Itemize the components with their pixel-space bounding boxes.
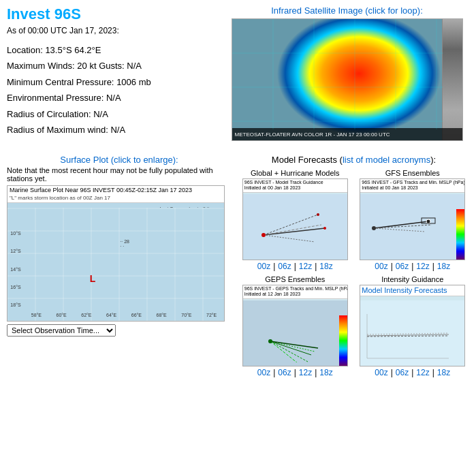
global-sep-3: | — [315, 262, 317, 271]
svg-point-14 — [323, 227, 326, 230]
right-models: Model Forecasts (list of model acronyms)… — [238, 155, 469, 377]
gfs-model-title: GFS Ensembles — [385, 169, 440, 177]
axis-bottom-3: 64°E — [106, 313, 116, 317]
global-sep-1: | — [273, 262, 275, 271]
sat-bottom-bar: METEOSAT-FLOATER AVN COLOR 1R - JAN 17 2… — [232, 128, 462, 140]
plot-subtitle-text: "L" marks storm location as of 00Z Jan 1… — [10, 195, 222, 202]
location-value: 13.5°S 64.2°E — [45, 45, 101, 55]
gfs-model-img-title: 96S INVEST - GFS Tracks and Min. MSLP (h… — [360, 179, 464, 193]
global-link-00z[interactable]: 00z — [257, 262, 270, 271]
sat-colorbar — [442, 19, 462, 140]
intensity-link[interactable]: Model Intensity Forecasts — [362, 286, 447, 294]
select-observation-container[interactable]: Select Observation Time... 00:45Z 01:15Z… — [7, 324, 116, 337]
gfs-sep-3: | — [432, 262, 434, 271]
env-pressure-row: Environmental Pressure: N/A — [7, 90, 218, 106]
storm-details: Location: 13.5°S 64.2°E Maximum Winds: 2… — [7, 42, 218, 138]
axis-left-3: 16°S — [7, 285, 24, 290]
gfs-link-12z[interactable]: 12z — [416, 262, 429, 271]
surface-plot-link[interactable]: Surface Plot (click to enlarge): — [60, 155, 178, 165]
svg-point-19 — [426, 219, 430, 223]
global-link-12z[interactable]: 12z — [299, 262, 312, 271]
radius-max-wind-value: N/A — [110, 125, 125, 135]
geps-model-content — [243, 300, 347, 366]
global-model-title: Global + Hurricane Models — [251, 169, 340, 177]
svg-line-21 — [270, 341, 311, 355]
satellite-title: Infrared Satellite Image (click for loop… — [271, 5, 423, 16]
geps-link-00z[interactable]: 00z — [257, 368, 270, 377]
global-link-06z[interactable]: 06z — [278, 262, 291, 271]
sat-grid-svg — [232, 19, 443, 129]
plot-title-bar: Marine Surface Plot Near 96S INVEST 00:4… — [7, 186, 224, 203]
svg-point-12 — [261, 233, 266, 237]
svg-point-26 — [268, 339, 272, 343]
axis-bottom-1: 60°E — [56, 313, 66, 317]
gfs-sep-1: | — [391, 262, 393, 271]
intensity-svg — [360, 300, 464, 366]
geps-model-image[interactable]: 96S INVEST - GEPS Tracks and Min. MSLP (… — [242, 285, 348, 366]
global-model-image[interactable]: 96S INVEST - Model Track Guidance Initia… — [242, 178, 348, 260]
global-model-panel: Global + Hurricane Models 96S INVEST - M… — [238, 169, 352, 271]
svg-line-15 — [374, 221, 428, 228]
gfs-link-00z[interactable]: 00z — [375, 262, 387, 271]
plot-axis-bottom: 58°E 60°E 62°E 64°E 66°E 68°E 70°E 72°E — [24, 309, 224, 321]
max-winds-value: 20 kt — [77, 61, 96, 71]
intensity-model-image[interactable]: Model Intensity Forecasts — [360, 285, 465, 366]
geps-link-18z[interactable]: 18z — [319, 368, 332, 377]
geps-link-06z[interactable]: 06z — [278, 368, 291, 377]
intensity-sep-3: | — [432, 368, 434, 377]
radius-circ-label: Radius of Circulation: — [7, 109, 91, 119]
left-surface: Surface Plot (click to enlarge): Note th… — [7, 155, 232, 377]
sat-bottom-text: METEOSAT-FLOATER AVN COLOR 1R - JAN 17 2… — [235, 131, 390, 138]
global-model-img-title: 96S INVEST - Model Track Guidance Initia… — [243, 179, 347, 193]
storm-location-marker: L — [90, 273, 96, 284]
geps-model-title: GEPS Ensembles — [265, 275, 325, 283]
satellite-image[interactable]: METEOSAT-FLOATER AVN COLOR 1R - JAN 17 2… — [232, 18, 463, 141]
min-pressure-value: 1006 mb — [116, 77, 151, 87]
geps-tracks-svg — [250, 307, 338, 362]
select-observation-dropdown[interactable]: Select Observation Time... 00:45Z 01:15Z… — [7, 324, 116, 337]
global-link-18z[interactable]: 18z — [319, 262, 332, 271]
satellite-link[interactable]: Infrared Satellite Image (click for loop… — [271, 5, 423, 16]
global-time-links: 00z | 06z | 12z | 18z — [257, 262, 333, 271]
axis-left-4: 18°S — [7, 302, 24, 307]
min-pressure-label: Minimum Central Pressure: — [7, 77, 114, 87]
intensity-link-00z[interactable]: 00z — [375, 368, 387, 377]
intensity-sep-2: | — [411, 368, 413, 377]
global-sep-2: | — [294, 262, 296, 271]
min-pressure-row: Minimum Central Pressure: 1006 mb — [7, 74, 218, 90]
gfs-link-18z[interactable]: 18z — [437, 262, 450, 271]
intensity-link-18z[interactable]: 18z — [437, 368, 450, 377]
max-winds-row: Maximum Winds: 20 kt Gusts: N/A — [7, 58, 218, 74]
svg-line-16 — [374, 225, 432, 228]
storm-title: Invest 96S — [7, 5, 218, 23]
intensity-sep-1: | — [391, 368, 393, 377]
gusts-value: N/A — [127, 61, 142, 71]
intensity-model-content — [360, 300, 464, 366]
axis-bottom-0: 58°E — [31, 313, 42, 317]
radius-max-wind-row: Radius of Maximum wind: N/A — [7, 122, 218, 138]
geps-colorbar — [339, 315, 347, 366]
gfs-sep-2: | — [411, 262, 413, 271]
gfs-colorbar — [456, 209, 464, 260]
svg-point-18 — [372, 226, 376, 230]
location-row: Location: 13.5°S 64.2°E — [7, 42, 218, 58]
intensity-model-panel: Intensity Guidance Model Intensity Forec… — [356, 275, 470, 377]
intensity-model-img-title: Model Intensity Forecasts — [360, 285, 464, 296]
radius-max-wind-label: Radius of Maximum wind: — [7, 125, 108, 135]
svg-line-27 — [367, 333, 449, 334]
model-acronyms-link[interactable]: list of model acronyms — [343, 155, 430, 165]
surface-plot-box[interactable]: Marine Surface Plot Near 96S INVEST 00:4… — [7, 185, 225, 322]
left-info: Invest 96S As of 00:00 UTC Jan 17, 2023:… — [7, 5, 218, 141]
axis-bottom-4: 66°E — [131, 313, 142, 317]
intensity-link-06z[interactable]: 06z — [396, 368, 409, 377]
geps-sep-2: | — [294, 368, 296, 377]
geps-model-img-title: 96S INVEST - GEPS Tracks and Min. MSLP (… — [243, 285, 347, 299]
gfs-link-06z[interactable]: 06z — [396, 262, 409, 271]
plot-main-title: Marine Surface Plot Near 96S INVEST 00:4… — [10, 187, 222, 195]
geps-link-12z[interactable]: 12z — [299, 368, 312, 377]
svg-line-24 — [270, 341, 304, 362]
gfs-model-image[interactable]: 96S INVEST - GFS Tracks and Min. MSLP (h… — [360, 178, 465, 260]
intensity-link-12z[interactable]: 12z — [416, 368, 429, 377]
geps-sep-1: | — [273, 368, 275, 377]
plot-axis-left: 10°S 12°S 14°S 16°S 18°S — [7, 230, 24, 309]
